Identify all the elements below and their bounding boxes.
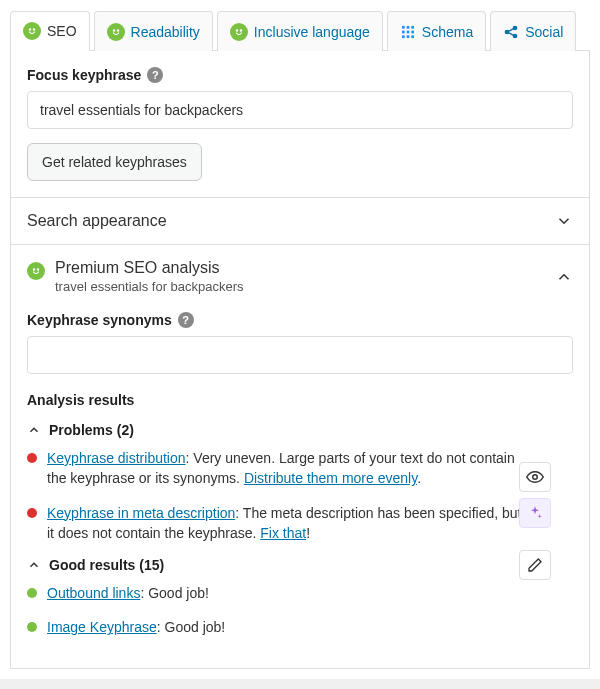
tab-schema[interactable]: Schema: [387, 11, 486, 51]
tab-readability[interactable]: Readability: [94, 11, 213, 51]
svg-point-2: [113, 29, 114, 30]
svg-rect-14: [411, 35, 414, 38]
help-icon[interactable]: ?: [147, 67, 163, 83]
analysis-item: Outbound links: Good job!: [27, 583, 573, 603]
analysis-item-text: Keyphrase distribution: Very uneven. Lar…: [47, 448, 525, 489]
chevron-down-icon: [555, 212, 573, 230]
svg-point-4: [236, 29, 237, 30]
group-label: Problems (2): [49, 422, 134, 438]
analysis-item-text: Outbound links: Good job!: [47, 583, 209, 603]
analysis-results-heading: Analysis results: [27, 392, 573, 408]
help-icon[interactable]: ?: [178, 312, 194, 328]
svg-point-22: [533, 475, 538, 480]
status-dot-red: [27, 453, 37, 463]
tab-inclusive[interactable]: Inclusive language: [217, 11, 383, 51]
tab-social[interactable]: Social: [490, 11, 576, 51]
svg-rect-9: [402, 30, 405, 33]
svg-point-3: [117, 29, 118, 30]
svg-rect-7: [406, 26, 409, 29]
section-title: Search appearance: [27, 212, 167, 230]
tab-bar: SEO Readability Inclusive language Schem…: [10, 10, 590, 51]
svg-rect-6: [402, 26, 405, 29]
share-icon: [503, 24, 519, 40]
smiley-icon: [23, 22, 41, 40]
analysis-item-link[interactable]: Outbound links: [47, 585, 140, 601]
analysis-item-link[interactable]: Keyphrase distribution: [47, 450, 186, 466]
svg-rect-10: [406, 30, 409, 33]
chevron-up-icon: [555, 268, 573, 286]
panel-seo: Focus keyphrase ? Get related keyphrases…: [10, 51, 590, 669]
chevron-up-icon: [27, 423, 41, 437]
svg-point-0: [29, 29, 30, 30]
svg-line-19: [509, 32, 514, 35]
smiley-icon: [27, 262, 45, 280]
analysis-item-text: Image Keyphrase: Good job!: [47, 617, 225, 637]
tab-seo-label: SEO: [47, 23, 77, 39]
grid-icon: [400, 24, 416, 40]
analysis-item-action-link[interactable]: Distribute them more evenly: [244, 470, 417, 486]
svg-rect-12: [402, 35, 405, 38]
group-label: Good results (15): [49, 557, 164, 573]
status-dot-green: [27, 622, 37, 632]
status-dot-red: [27, 508, 37, 518]
get-related-keyphrases-button[interactable]: Get related keyphrases: [27, 143, 202, 181]
focus-keyphrase-label: Focus keyphrase: [27, 67, 141, 83]
svg-rect-8: [411, 26, 414, 29]
analysis-item-text: Keyphrase in meta description: The meta …: [47, 503, 525, 544]
analysis-item-link[interactable]: Image Keyphrase: [47, 619, 157, 635]
section-search-appearance[interactable]: Search appearance: [27, 212, 573, 230]
tab-inclusive-label: Inclusive language: [254, 24, 370, 40]
tab-readability-label: Readability: [131, 24, 200, 40]
edit-button[interactable]: [519, 550, 551, 580]
tab-social-label: Social: [525, 24, 563, 40]
group-problems[interactable]: Problems (2): [27, 422, 573, 438]
svg-point-20: [33, 269, 34, 270]
svg-point-21: [37, 269, 38, 270]
svg-point-5: [240, 29, 241, 30]
svg-rect-11: [411, 30, 414, 33]
analysis-item-link[interactable]: Keyphrase in meta description: [47, 505, 235, 521]
tab-seo[interactable]: SEO: [10, 11, 90, 51]
analysis-item-action-link[interactable]: Fix that: [260, 525, 306, 541]
svg-rect-13: [406, 35, 409, 38]
analysis-item: Keyphrase in meta description: The meta …: [27, 503, 573, 544]
eye-button[interactable]: [519, 462, 551, 492]
smiley-icon: [107, 23, 125, 41]
status-dot-green: [27, 588, 37, 598]
section-title: Premium SEO analysis: [55, 259, 244, 277]
svg-point-1: [33, 29, 34, 30]
sparkle-button[interactable]: [519, 498, 551, 528]
group-good-results[interactable]: Good results (15): [27, 557, 573, 573]
chevron-up-icon: [27, 558, 41, 572]
section-subtitle: travel essentials for backpackers: [55, 279, 244, 294]
section-premium-analysis[interactable]: Premium SEO analysis travel essentials f…: [27, 259, 573, 294]
keyphrase-synonyms-input[interactable]: [27, 336, 573, 374]
focus-keyphrase-input[interactable]: [27, 91, 573, 129]
keyphrase-synonyms-label: Keyphrase synonyms: [27, 312, 172, 328]
tab-schema-label: Schema: [422, 24, 473, 40]
svg-line-18: [509, 28, 514, 31]
analysis-item: Keyphrase distribution: Very uneven. Lar…: [27, 448, 573, 489]
smiley-icon: [230, 23, 248, 41]
analysis-item: Image Keyphrase: Good job!: [27, 617, 573, 637]
